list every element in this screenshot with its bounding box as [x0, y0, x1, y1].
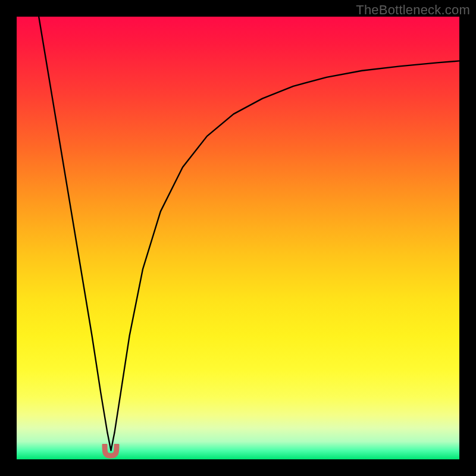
plot-area	[17, 17, 459, 459]
bottleneck-curve	[17, 17, 459, 459]
chart-frame: TheBottleneck.com	[0, 0, 476, 476]
watermark-text: TheBottleneck.com	[356, 2, 470, 18]
